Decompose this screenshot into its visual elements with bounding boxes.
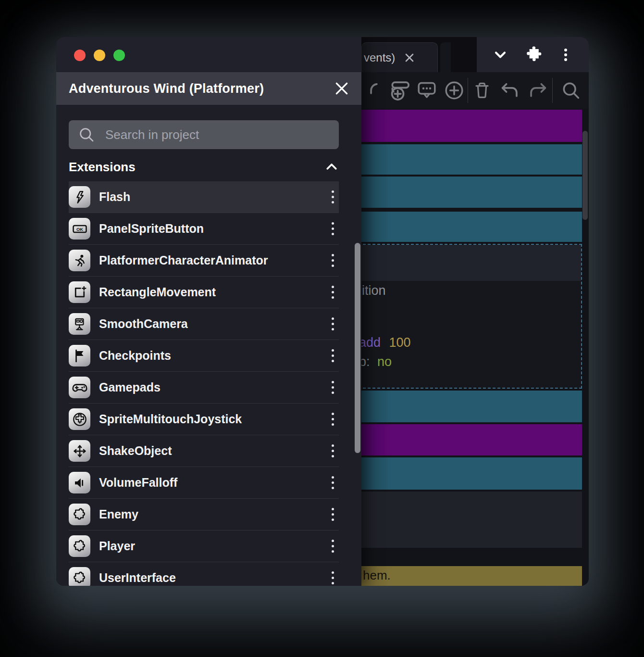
gdevelop-window: vents) — [56, 37, 589, 586]
extension-item-enemy[interactable]: Enemy — [69, 499, 339, 531]
minimize-traffic-light[interactable] — [94, 50, 105, 61]
item-menu-icon[interactable] — [327, 283, 339, 302]
event-action-text: add 100 — [359, 335, 411, 350]
extension-item-shakeobject[interactable]: ShakeObject — [69, 435, 339, 467]
tab-events-label: vents) — [364, 51, 395, 64]
event-row-comment[interactable]: hem. — [358, 566, 582, 586]
next-tab-edge — [440, 42, 451, 72]
shake-arrows-icon — [69, 440, 90, 462]
extensions-section-header[interactable]: Extensions — [69, 157, 339, 177]
add-comment-icon[interactable] — [413, 80, 441, 101]
extension-label: Gamepads — [99, 380, 318, 394]
extension-label: Enemy — [99, 507, 318, 521]
extension-label: RectangleMovement — [99, 285, 318, 299]
svg-text:OK: OK — [76, 227, 83, 231]
chevron-up-icon[interactable] — [324, 160, 339, 174]
joystick-icon — [69, 408, 90, 430]
add-circle-icon[interactable] — [441, 80, 468, 101]
token-number: 100 — [389, 335, 411, 350]
ok-button-icon: OK — [69, 218, 90, 240]
item-menu-icon[interactable] — [327, 378, 339, 397]
extension-label: PanelSpriteButton — [99, 222, 318, 236]
extension-label: PlatformerCharacterAnimator — [99, 253, 318, 267]
item-menu-icon[interactable] — [327, 569, 339, 586]
drawer-scrollbar-thumb[interactable] — [355, 243, 360, 453]
event-row-teal[interactable] — [358, 212, 582, 242]
event-row-teal[interactable] — [358, 144, 582, 175]
extension-label: SmoothCamera — [99, 317, 318, 331]
item-menu-icon[interactable] — [327, 505, 339, 524]
puzzle-piece-icon — [69, 535, 90, 557]
extension-item-userinterface[interactable]: UserInterface — [69, 562, 339, 586]
project-title: Adventurous Wind (Platformer) — [69, 81, 264, 96]
undo-icon[interactable] — [496, 80, 523, 101]
item-menu-icon[interactable] — [327, 442, 339, 460]
event-row-purple[interactable] — [358, 424, 582, 455]
event-condition-band — [359, 245, 581, 281]
toolbar-partial-icon[interactable] — [361, 80, 384, 101]
extension-label: ShakeObject — [99, 444, 318, 458]
item-menu-icon[interactable] — [327, 410, 339, 429]
event-row-teal[interactable] — [358, 177, 582, 208]
puzzle-piece-icon — [69, 504, 90, 525]
event-row-selected[interactable]: ition add 100 p: no — [358, 244, 582, 389]
item-menu-icon[interactable] — [327, 219, 339, 238]
extension-label: SpriteMultitouchJoystick — [99, 412, 318, 426]
running-person-icon — [69, 250, 90, 271]
puzzle-piece-icon — [69, 567, 90, 586]
token-param-value: no — [377, 354, 392, 369]
redo-icon[interactable] — [523, 80, 552, 101]
extension-item-checkpoints[interactable]: Checkpoints — [69, 340, 339, 372]
events-toolbar — [361, 72, 589, 109]
close-icon[interactable] — [334, 80, 350, 97]
extension-item-smoothcamera[interactable]: SmoothCamera — [69, 308, 339, 340]
extensions-list: Flash OK PanelSpriteButton — [69, 181, 339, 586]
extension-item-volumefalloff[interactable]: VolumeFalloff — [69, 467, 339, 499]
token-add: add — [359, 335, 381, 350]
tab-close-icon[interactable] — [404, 52, 415, 63]
event-row-purple[interactable] — [358, 110, 582, 142]
events-scrollbar-thumb[interactable] — [582, 131, 588, 220]
extension-item-player[interactable]: Player — [69, 531, 339, 562]
flag-icon — [69, 345, 90, 366]
extension-item-spritemultitouchjoystick[interactable]: SpriteMultitouchJoystick — [69, 404, 339, 435]
extension-label: Flash — [99, 190, 318, 204]
extension-item-flash[interactable]: Flash — [69, 181, 339, 213]
project-manager-header: Adventurous Wind (Platformer) — [56, 72, 361, 105]
item-menu-icon[interactable] — [327, 346, 339, 365]
event-row-teal[interactable] — [358, 457, 582, 490]
extensions-section-label: Extensions — [69, 160, 136, 175]
zoom-traffic-light[interactable] — [113, 50, 125, 61]
screenshot-stage: vents) — [0, 0, 644, 657]
event-condition-text: ition — [362, 283, 386, 298]
extension-item-platformercharacteranimator[interactable]: PlatformerCharacterAnimator — [69, 245, 339, 277]
search-icon[interactable] — [553, 80, 589, 101]
event-row-teal[interactable] — [358, 391, 582, 422]
close-traffic-light[interactable] — [74, 50, 86, 61]
add-event-icon[interactable] — [384, 79, 413, 102]
event-row-group[interactable] — [358, 492, 582, 548]
comment-text: hem. — [363, 568, 391, 583]
window-controls-bar — [477, 37, 589, 72]
extension-label: VolumeFalloff — [99, 476, 318, 490]
flash-icon — [69, 186, 90, 208]
extension-store-icon[interactable] — [524, 45, 543, 64]
more-vert-icon[interactable] — [557, 47, 574, 63]
extension-item-rectanglemovement[interactable]: RectangleMovement — [69, 277, 339, 308]
extension-label: Player — [99, 539, 318, 553]
extension-item-gamepads[interactable]: Gamepads — [69, 372, 339, 404]
rectangle-plus-icon — [69, 281, 90, 303]
chevron-down-icon[interactable] — [492, 46, 509, 63]
item-menu-icon[interactable] — [327, 251, 339, 270]
item-menu-icon[interactable] — [327, 473, 339, 492]
tab-events[interactable]: vents) — [361, 42, 438, 72]
trash-icon[interactable] — [468, 81, 497, 100]
item-menu-icon[interactable] — [327, 537, 339, 556]
event-param-text: p: no — [359, 354, 392, 369]
search-input[interactable]: Search in project — [69, 120, 339, 149]
item-menu-icon[interactable] — [327, 188, 339, 206]
speaker-icon — [69, 472, 90, 493]
search-placeholder: Search in project — [105, 127, 199, 142]
item-menu-icon[interactable] — [327, 315, 339, 333]
extension-item-panelspritebutton[interactable]: OK PanelSpriteButton — [69, 213, 339, 245]
